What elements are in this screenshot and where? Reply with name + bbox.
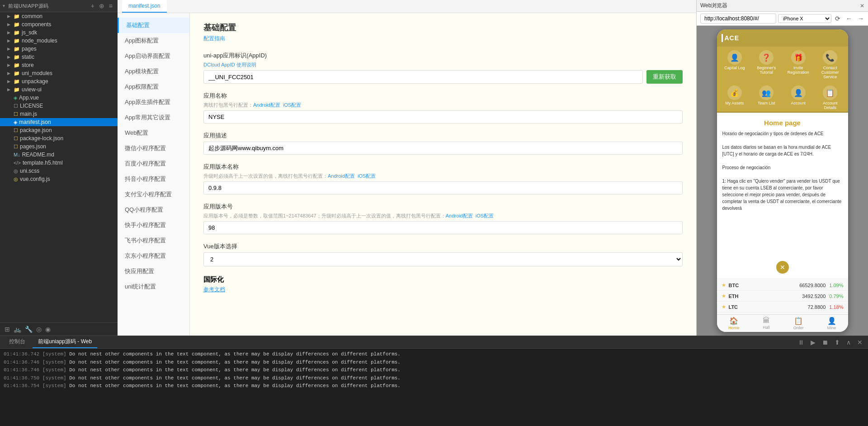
nav-item-tiktok[interactable]: 抖音小程序配置	[118, 171, 189, 187]
ace-logo: ACE	[722, 33, 744, 43]
ticker-ltc[interactable]: ★ LTC 72.8800 1.18%	[717, 302, 848, 312]
nav-item-kuaishou[interactable]: 快手小程序配置	[118, 218, 189, 233]
browser-refresh-btn[interactable]: ⟳	[833, 14, 842, 23]
reget-button[interactable]: 重新获取	[646, 70, 683, 84]
versionname-android-link[interactable]: Android配置	[328, 173, 355, 179]
nav-item-quickapp[interactable]: 快应用配置	[118, 264, 189, 279]
tree-item-App.vue[interactable]: ▶ ◈ App.vue	[0, 94, 118, 102]
nav-item-qq[interactable]: QQ小程序配置	[118, 202, 189, 218]
new-file-btn[interactable]: +	[90, 2, 96, 10]
vueversion-select[interactable]: 2 3	[203, 252, 683, 266]
phone-icon-teamlist[interactable]: 👥 Team List	[754, 85, 779, 110]
phone-nav-mine[interactable]: 👤 Mine	[827, 317, 836, 330]
tree-item-pages[interactable]: ▶ 📁 pages	[0, 45, 118, 53]
ticker-btc[interactable]: ★ BTC 66529.8000 1.09%	[717, 280, 848, 291]
nav-item-applaunch[interactable]: App启动界面配置	[118, 48, 189, 64]
config-tab-manifest[interactable]: manifest.json	[122, 0, 167, 13]
appname-ios-link[interactable]: iOS配置	[283, 102, 301, 108]
nav-item-wechat[interactable]: 微信小程序配置	[118, 141, 189, 156]
console-tab-console[interactable]: 控制台	[4, 336, 31, 348]
nav-item-basic[interactable]: 基础配置	[118, 18, 189, 33]
tree-item-LICENSE[interactable]: ▶ ☐ LICENSE	[0, 102, 118, 110]
nav-item-web[interactable]: Web配置	[118, 125, 189, 141]
tree-item-js_sdk[interactable]: ▶ 📁 js_sdk	[0, 28, 118, 37]
tree-item-main.js[interactable]: ▶ ☐ main.js	[0, 110, 118, 118]
nav-item-appother[interactable]: App常用其它设置	[118, 110, 189, 125]
ticker-eth[interactable]: ★ ETH 3492.5200 0.79%	[717, 291, 848, 302]
nav-item-appicon[interactable]: App图标配置	[118, 33, 189, 48]
nav-item-unistat[interactable]: uni统计配置	[118, 279, 189, 294]
console-stop-btn[interactable]: ⏹	[820, 338, 830, 347]
browser-url-input[interactable]	[700, 14, 776, 24]
phone-icon-myassets[interactable]: 💰 My Assets	[722, 85, 747, 110]
tree-item-common[interactable]: ▶ 📁 common	[0, 12, 118, 20]
nav-item-baidu[interactable]: 百度小程序配置	[118, 156, 189, 171]
bottom-action-3[interactable]: 🔧	[25, 326, 33, 333]
console-collapse-btn[interactable]: ∧	[844, 338, 853, 347]
console-tab-web[interactable]: 前端uniapp源码 - Web	[33, 336, 97, 348]
phone-icon-account[interactable]: 👤 Account	[786, 85, 811, 110]
bottom-action-2[interactable]: 🚲	[14, 326, 21, 333]
tree-item-package-lock.json[interactable]: ▶ ☐ package-lock.json	[0, 134, 118, 142]
phone-nav-hall[interactable]: 🏛 Hall	[763, 317, 770, 330]
console-export-btn[interactable]: ⬆	[833, 338, 842, 347]
phone-icon-invite[interactable]: 🎁 Invite Registration	[786, 50, 811, 79]
phone-icon-accountdetails[interactable]: 📋 Account Details	[818, 85, 843, 110]
appname-input[interactable]	[203, 110, 683, 123]
console-expand-btn[interactable]: ✕	[855, 338, 864, 347]
intl-link[interactable]: 参考文档	[203, 286, 225, 293]
tree-item-template.h5.html[interactable]: ▶ </> template.h5.html	[0, 159, 118, 167]
phone-icon-contact[interactable]: 📞 Contact Customer Service	[818, 50, 843, 79]
tree-item-static[interactable]: ▶ 📁 static	[0, 53, 118, 61]
config-tabs: manifest.json	[118, 0, 696, 13]
versionname-ios-link[interactable]: iOS配置	[358, 173, 376, 179]
console-pause-btn[interactable]: ⏸	[796, 338, 806, 347]
appname-android-link[interactable]: Android配置	[253, 102, 280, 108]
browser-back-btn[interactable]: ←	[844, 14, 854, 23]
tree-item-vue.config.js[interactable]: ▶ ◎ vue.config.js	[0, 175, 118, 183]
bottom-action-1[interactable]: ⊞	[5, 326, 10, 333]
browser-close-btn[interactable]: ✕	[860, 3, 864, 9]
phone-icon-capital-log[interactable]: 👤 Capital Log	[722, 50, 747, 79]
nav-item-feishu[interactable]: 飞书小程序配置	[118, 233, 189, 248]
popup-close-btn[interactable]: ✕	[776, 261, 789, 274]
tree-item-manifest.json[interactable]: ▶ ◈ manifest.json	[0, 118, 118, 126]
tree-item-README.md[interactable]: ▶ M↓ README.md	[0, 151, 118, 159]
tree-item-components[interactable]: ▶ 📁 components	[0, 20, 118, 28]
browser-device-select[interactable]: iPhone X iPhone 12 Samsung Galaxy	[778, 14, 831, 23]
versioncode-android-link[interactable]: Android配置	[446, 213, 473, 218]
intl-title: 国际化	[203, 275, 683, 284]
phone-nav-home[interactable]: 🏠 Home	[728, 317, 739, 330]
versioncode-input[interactable]	[203, 221, 683, 234]
nav-item-appmodule[interactable]: App模块配置	[118, 64, 189, 79]
tree-item-pages.json[interactable]: ▶ ☐ pages.json	[0, 142, 118, 151]
versionname-input[interactable]	[203, 181, 683, 194]
browser-forward-btn[interactable]: →	[856, 14, 866, 23]
nav-item-apppermission[interactable]: App权限配置	[118, 79, 189, 95]
bottom-action-5[interactable]: ◉	[45, 326, 51, 333]
config-section-link[interactable]: 配置指南	[203, 35, 683, 43]
nav-item-jd[interactable]: 京东小程序配置	[118, 248, 189, 264]
appdesc-input[interactable]	[203, 142, 683, 155]
console-play-btn[interactable]: ▶	[809, 338, 817, 347]
tree-item-node_modules[interactable]: ▶ 📁 node_modules	[0, 37, 118, 45]
tree-item-uni_modules[interactable]: ▶ 📁 uni_modules	[0, 69, 118, 77]
versioncode-ios-link[interactable]: iOS配置	[476, 213, 494, 218]
btc-star: ★	[722, 282, 726, 288]
tree-menu-btn[interactable]: ≡	[108, 2, 114, 10]
tree-item-uview-ui[interactable]: ▶ 📁 uview-ui	[0, 85, 118, 94]
new-folder-btn[interactable]: ⊕	[98, 2, 106, 10]
bottom-action-4[interactable]: ◎	[36, 326, 42, 333]
nav-item-alipay[interactable]: 支付宝小程序配置	[118, 187, 189, 202]
tree-item-package.json[interactable]: ▶ ☐ package.json	[0, 126, 118, 134]
ace-logo-text: ACE	[725, 34, 740, 42]
appid-sublabel-link[interactable]: DCloud AppID 使用说明	[203, 62, 256, 67]
tree-item-unpackage[interactable]: ▶ 📁 unpackage	[0, 77, 118, 85]
nav-item-appplugin[interactable]: App原生插件配置	[118, 95, 189, 110]
tree-item-uni.scss[interactable]: ▶ ◎ uni.scss	[0, 167, 118, 175]
phone-nav-order[interactable]: 📋 Order	[793, 317, 804, 330]
config-left-nav: 基础配置 App图标配置 App启动界面配置 App模块配置 App权限配置 A…	[118, 13, 190, 336]
tree-item-store[interactable]: ▶ 📁 store	[0, 61, 118, 69]
appid-input[interactable]	[203, 70, 643, 84]
phone-icon-beginner[interactable]: ❓ Beginner's Tutorial	[754, 50, 779, 79]
